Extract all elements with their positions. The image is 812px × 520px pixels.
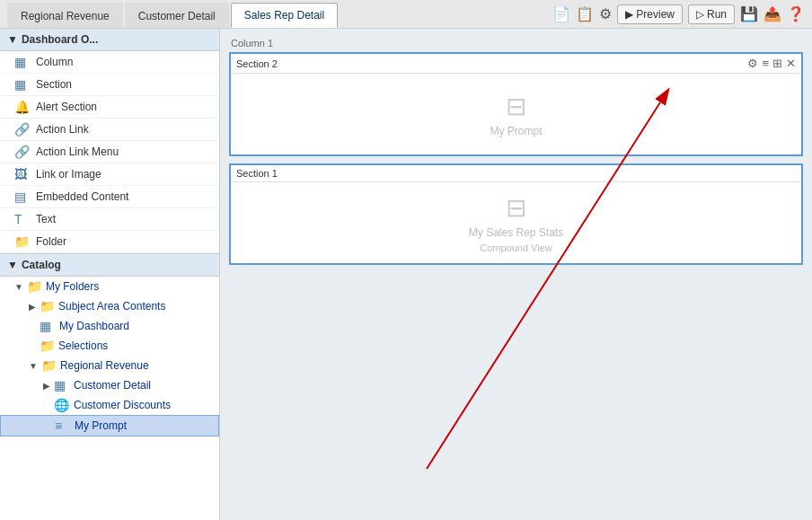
folder-sidebar-icon: 📁 bbox=[14, 234, 31, 249]
tree-item-selections[interactable]: ▶ 📁 Selections bbox=[0, 336, 219, 356]
expand-arrow-customer-detail[interactable]: ▶ bbox=[43, 381, 50, 391]
sidebar: ▼ Dashboard O... ▦ Column ▦ Section 🔔 Al… bbox=[0, 29, 220, 520]
section-columns-icon[interactable]: ⊞ bbox=[772, 57, 782, 70]
selections-label: Selections bbox=[58, 339, 108, 352]
customer-discounts-label: Customer Discounts bbox=[74, 399, 171, 411]
export-icon[interactable]: 📤 bbox=[763, 5, 781, 22]
section-settings-icon[interactable]: ⚙ bbox=[747, 57, 758, 70]
action-link-menu-icon: 🔗 bbox=[14, 145, 31, 159]
folder-icon-selections: 📁 bbox=[40, 339, 55, 353]
action-link-label: Action Link bbox=[36, 123, 89, 136]
toolbar-icons: 📄 📋 ⚙ ▶ Preview ▷ Run 💾 📤 ❓ bbox=[552, 4, 805, 24]
embedded-icon: ▤ bbox=[14, 189, 31, 204]
tab-regional-revenue[interactable]: Regional Revenue bbox=[7, 3, 123, 28]
section-1-header: Section 1 bbox=[231, 165, 801, 182]
tab-customer-detail[interactable]: Customer Detail bbox=[125, 3, 229, 28]
copy-icon[interactable]: 📋 bbox=[576, 5, 594, 22]
alert-icon: 🔔 bbox=[14, 100, 31, 114]
embedded-label: Embedded Content bbox=[36, 190, 128, 203]
section-1-placeholder-icon: ⊟ bbox=[506, 193, 526, 223]
help-icon[interactable]: ❓ bbox=[787, 5, 805, 22]
expand-arrow-subject-area[interactable]: ▶ bbox=[29, 302, 36, 312]
folder-icon-regional-revenue: 📁 bbox=[41, 358, 57, 373]
dashboard-icon: ▦ bbox=[40, 319, 56, 333]
catalog-section: ▼ Catalog ▼ 📁 My Folders ▶ 📁 Subject Are… bbox=[0, 253, 219, 520]
catalog-header: ▼ Catalog bbox=[0, 253, 219, 277]
tree-item-customer-discounts[interactable]: ▶ 🌐 Customer Discounts bbox=[0, 395, 219, 415]
regional-revenue-label: Regional Revenue bbox=[60, 359, 149, 372]
section-2-icons: ⚙ ≡ ⊞ ✕ bbox=[747, 57, 796, 70]
sidebar-item-column[interactable]: ▦ Column bbox=[0, 51, 219, 74]
folder-icon-my-folders: 📁 bbox=[27, 279, 42, 294]
section-1-body: ⊟ My Sales Rep Stats Compound View bbox=[231, 182, 801, 263]
section-1-container: Section 1 ⊟ My Sales Rep Stats Compound … bbox=[229, 163, 803, 265]
sidebar-item-action-link[interactable]: 🔗 Action Link bbox=[0, 119, 219, 141]
settings-icon[interactable]: ⚙ bbox=[599, 5, 612, 22]
catalog-tree: ▼ 📁 My Folders ▶ 📁 Subject Area Contents… bbox=[0, 277, 219, 436]
sidebar-item-alert-section[interactable]: 🔔 Alert Section bbox=[0, 96, 219, 119]
sidebar-item-folder[interactable]: 📁 Folder bbox=[0, 231, 219, 253]
customer-discounts-icon: 🌐 bbox=[54, 398, 70, 412]
alert-section-label: Alert Section bbox=[36, 101, 97, 113]
dashboard-objects-title: Dashboard O... bbox=[22, 33, 98, 46]
section-1-sub-text: Compound View bbox=[480, 242, 552, 253]
catalog-title: Catalog bbox=[22, 259, 61, 271]
sidebar-item-section[interactable]: ▦ Section bbox=[0, 74, 219, 96]
section-2-container: Section 2 ⚙ ≡ ⊞ ✕ ⊟ My Prompt bbox=[229, 52, 803, 156]
my-prompt-label: My Prompt bbox=[75, 419, 127, 432]
section-icon: ▦ bbox=[14, 77, 31, 92]
sidebar-item-action-link-menu[interactable]: 🔗 Action Link Menu bbox=[0, 141, 219, 163]
column-label: Column bbox=[36, 56, 73, 68]
sidebar-item-link-or-image[interactable]: 🖼 Link or Image bbox=[0, 163, 219, 186]
my-folders-label: My Folders bbox=[46, 280, 99, 293]
section-2-body: ⊟ My Prompt bbox=[231, 74, 801, 154]
link-image-icon: 🖼 bbox=[14, 167, 31, 181]
sidebar-item-text[interactable]: T Text bbox=[0, 208, 219, 231]
expand-arrow-my-folders[interactable]: ▼ bbox=[14, 282, 23, 292]
section-2-header: Section 2 ⚙ ≡ ⊞ ✕ bbox=[231, 54, 801, 74]
sidebar-item-embedded-content[interactable]: ▤ Embedded Content bbox=[0, 186, 219, 208]
section-1-title: Section 1 bbox=[236, 168, 278, 179]
run-button[interactable]: ▷ Run bbox=[688, 4, 735, 24]
section-label: Section bbox=[36, 78, 72, 91]
text-icon: T bbox=[14, 212, 31, 226]
tree-item-customer-detail[interactable]: ▶ ▦ Customer Detail bbox=[0, 375, 219, 395]
tab-sales-rep-detail[interactable]: Sales Rep Detail bbox=[231, 3, 338, 28]
action-link-icon: 🔗 bbox=[14, 122, 31, 137]
catalog-collapse-icon[interactable]: ▼ bbox=[7, 259, 18, 271]
run-play-icon: ▷ bbox=[696, 8, 704, 21]
prompt-icon: ≡ bbox=[55, 419, 71, 433]
column-icon: ▦ bbox=[14, 55, 31, 69]
tree-item-subject-area[interactable]: ▶ 📁 Subject Area Contents bbox=[0, 296, 219, 316]
save-icon[interactable]: 💾 bbox=[740, 5, 758, 22]
folder-label: Folder bbox=[36, 235, 66, 248]
dashboard-objects-header: ▼ Dashboard O... bbox=[0, 29, 219, 51]
tree-item-my-folders[interactable]: ▼ 📁 My Folders bbox=[0, 277, 219, 296]
preview-button[interactable]: ▶ Preview bbox=[617, 4, 683, 24]
content-area: Column 1 Section 2 ⚙ ≡ ⊞ ✕ ⊟ My Prompt S… bbox=[220, 29, 812, 520]
section-2-title: Section 2 bbox=[236, 58, 278, 69]
tabs: Regional Revenue Customer Detail Sales R… bbox=[7, 0, 340, 28]
preview-icon: ▶ bbox=[625, 8, 633, 21]
link-image-label: Link or Image bbox=[36, 168, 102, 181]
customer-detail-label: Customer Detail bbox=[74, 379, 151, 392]
section-close-icon[interactable]: ✕ bbox=[786, 57, 796, 70]
tree-item-regional-revenue[interactable]: ▼ 📁 Regional Revenue bbox=[0, 356, 219, 375]
section-2-placeholder-icon: ⊟ bbox=[506, 92, 526, 121]
section-layout-icon[interactable]: ≡ bbox=[762, 57, 769, 70]
tree-item-my-prompt[interactable]: ▶ ≡ My Prompt bbox=[0, 415, 219, 436]
folder-icon-subject-area: 📁 bbox=[40, 299, 55, 313]
subject-area-label: Subject Area Contents bbox=[58, 300, 165, 313]
expand-arrow-regional-revenue[interactable]: ▼ bbox=[29, 361, 38, 371]
my-dashboard-label: My Dashboard bbox=[59, 320, 129, 332]
tab-bar: Regional Revenue Customer Detail Sales R… bbox=[0, 0, 812, 29]
column-label: Column 1 bbox=[229, 38, 803, 48]
tree-item-my-dashboard[interactable]: ▶ ▦ My Dashboard bbox=[0, 316, 219, 336]
collapse-icon[interactable]: ▼ bbox=[7, 33, 18, 46]
main-layout: ▼ Dashboard O... ▦ Column ▦ Section 🔔 Al… bbox=[0, 29, 812, 520]
section-1-placeholder-text: My Sales Rep Stats bbox=[469, 226, 563, 239]
svg-line-1 bbox=[427, 102, 660, 469]
new-file-icon[interactable]: 📄 bbox=[552, 5, 570, 22]
text-label: Text bbox=[36, 213, 56, 225]
action-link-menu-label: Action Link Menu bbox=[36, 145, 119, 158]
